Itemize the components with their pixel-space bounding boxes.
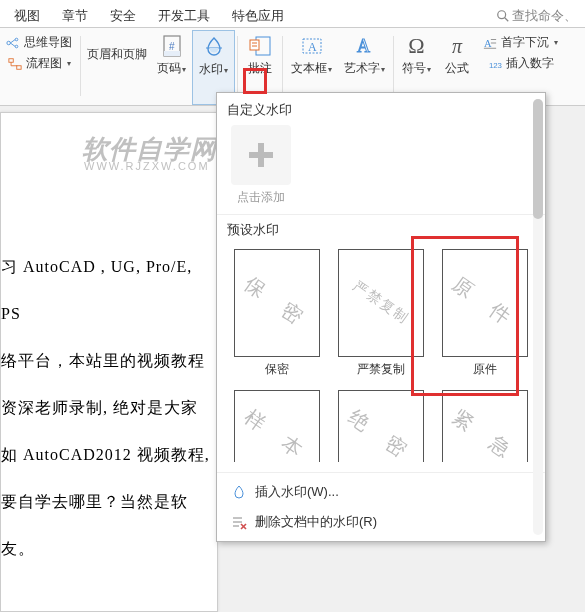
svg-rect-6 — [16, 65, 20, 69]
tab-security[interactable]: 安全 — [104, 4, 142, 28]
textbox-icon: A — [300, 34, 324, 58]
search-command[interactable]: 查找命令、 — [496, 7, 577, 25]
dropdown-footer: 插入水印(W)... 删除文档中的水印(R) — [217, 472, 545, 541]
svg-rect-15 — [164, 51, 180, 56]
remove-icon — [231, 514, 247, 530]
dropcap-button[interactable]: A 首字下沉 ▾ — [481, 32, 560, 53]
formula-label: 公式 — [445, 62, 469, 75]
add-custom-label: 点击添加 — [227, 189, 295, 206]
mindmap-button[interactable]: 思维导图 — [4, 32, 74, 53]
search-placeholder: 查找命令、 — [512, 7, 577, 25]
preset-watermark-title: 预设水印 — [217, 214, 545, 243]
preset-label: 保密 — [265, 361, 289, 378]
flowchart-label: 流程图 — [26, 55, 62, 72]
svg-text:#: # — [169, 41, 175, 52]
comment-label: 批注 — [248, 62, 272, 75]
svg-point-0 — [498, 11, 506, 19]
insert-number-icon: 123 — [488, 57, 502, 71]
header-footer-label: 页眉和页脚 — [87, 46, 147, 63]
chevron-down-icon: ▾ — [67, 59, 71, 68]
dropcap-label: 首字下沉 — [501, 34, 549, 51]
preset-grid-row2: 样 本 绝 密 紧 急 — [217, 384, 545, 472]
preset-label: 原件 — [473, 361, 497, 378]
mindmap-icon — [6, 36, 20, 50]
doc-line: 络平台，本站里的视频教程 — [1, 337, 217, 384]
preset-confidential[interactable]: 保 密 保密 — [229, 249, 325, 378]
group-diagram: 思维导图 流程图 ▾ — [0, 30, 78, 105]
custom-watermark-title: 自定义水印 — [227, 101, 535, 119]
document-page[interactable]: 习 AutoCAD , UG, Pro/E, PS 络平台，本站里的视频教程 资… — [0, 112, 218, 612]
preset-no-copy[interactable]: 严禁复制 严禁复制 — [333, 249, 429, 378]
svg-rect-5 — [8, 58, 12, 62]
preset-urgent[interactable]: 紧 急 — [437, 390, 533, 462]
tab-special[interactable]: 特色应用 — [226, 4, 290, 28]
page-number-label: 页码 — [157, 61, 181, 75]
dropdown-scrollbar[interactable] — [533, 99, 543, 535]
insert-watermark-menu[interactable]: 插入水印(W)... — [223, 477, 539, 507]
svg-line-1 — [505, 18, 509, 22]
search-icon — [496, 9, 510, 23]
flowchart-button[interactable]: 流程图 ▾ — [6, 53, 73, 74]
ribbon-tabs: 视图 章节 安全 开发工具 特色应用 查找命令、 — [0, 0, 585, 28]
watermark-drop-icon — [231, 484, 247, 500]
svg-text:A: A — [308, 40, 317, 54]
svg-text:A: A — [484, 37, 492, 48]
preset-grid: 保 密 保密 严禁复制 严禁复制 原 件 原件 — [217, 243, 545, 384]
flowchart-icon — [8, 57, 22, 71]
svg-rect-18 — [250, 40, 259, 50]
svg-point-3 — [15, 38, 18, 41]
tab-chapter[interactable]: 章节 — [56, 4, 94, 28]
header-footer-button[interactable]: 页眉和页脚 — [83, 30, 151, 105]
preset-label: 严禁复制 — [357, 361, 405, 378]
mindmap-label: 思维导图 — [24, 34, 72, 51]
preset-thumb-text: 绝 密 — [343, 404, 420, 469]
insert-number-label: 插入数字 — [506, 55, 554, 72]
watermark-icon — [202, 35, 226, 59]
page-number-button[interactable]: # 页码▾ — [151, 30, 192, 105]
preset-thumb-text: 严禁复制 — [350, 277, 413, 328]
svg-text:123: 123 — [488, 60, 501, 69]
preset-thumb-text: 紧 急 — [447, 404, 524, 469]
doc-line: 如 AutoCAD2012 视频教程, — [1, 431, 217, 478]
tab-view[interactable]: 视图 — [8, 4, 46, 28]
svg-text:A: A — [357, 36, 370, 56]
preset-top-secret[interactable]: 绝 密 — [333, 390, 429, 462]
comment-icon — [248, 34, 272, 58]
doc-line: 习 AutoCAD , UG, Pro/E, PS — [1, 243, 217, 337]
wordart-label: 艺术字 — [344, 61, 380, 75]
doc-line: 资深老师录制, 绝对是大家 — [1, 384, 217, 431]
doc-line: 友。 — [1, 525, 217, 572]
dropcap-icon: A — [483, 36, 497, 50]
textbox-label: 文本框 — [291, 61, 327, 75]
page-number-icon: # — [160, 34, 184, 58]
tab-devtools[interactable]: 开发工具 — [152, 4, 216, 28]
svg-point-2 — [7, 41, 11, 45]
preset-thumb-text: 保 密 — [239, 270, 316, 335]
insert-watermark-label: 插入水印(W)... — [255, 483, 339, 501]
watermark-label: 水印 — [199, 62, 223, 76]
custom-watermark-section: 自定义水印 点击添加 — [217, 93, 545, 214]
add-custom-watermark[interactable] — [231, 125, 291, 185]
preset-thumb-text: 原 件 — [447, 270, 524, 335]
remove-watermark-label: 删除文档中的水印(R) — [255, 513, 377, 531]
insert-number-button[interactable]: 123 插入数字 — [486, 53, 556, 74]
watermark-dropdown: 自定义水印 点击添加 预设水印 保 密 保密 严禁复制 严禁复制 原 件 原件 … — [216, 92, 546, 542]
remove-watermark-menu[interactable]: 删除文档中的水印(R) — [223, 507, 539, 537]
preset-original[interactable]: 原 件 原件 — [437, 249, 533, 378]
plus-icon — [243, 137, 279, 173]
symbol-label: 符号 — [402, 61, 426, 75]
wordart-icon: A — [353, 34, 377, 58]
doc-line: 要自学去哪里？当然是软 — [1, 478, 217, 525]
preset-sample[interactable]: 样 本 — [229, 390, 325, 462]
preset-thumb-text: 样 本 — [239, 404, 316, 469]
svg-point-4 — [15, 45, 18, 48]
